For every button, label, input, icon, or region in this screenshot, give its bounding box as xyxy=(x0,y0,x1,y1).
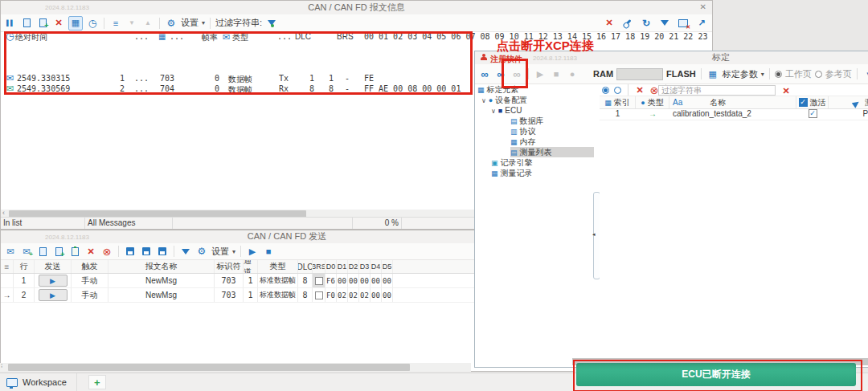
send-trigger-button[interactable]: ▶ xyxy=(39,289,68,301)
col-absolute-time[interactable]: 绝对时间 xyxy=(15,32,47,43)
cell-d4[interactable]: 00 xyxy=(371,288,382,302)
cell-d3[interactable]: 02 xyxy=(359,288,371,302)
reference-page-radio[interactable] xyxy=(815,71,822,78)
cell-frame-type[interactable]: 标准数据帧 xyxy=(258,288,298,302)
settings-caret-icon[interactable]: ▾ xyxy=(232,248,235,255)
cell-d1[interactable]: 02 xyxy=(337,288,348,302)
copy-icon[interactable] xyxy=(20,17,33,30)
connect-icon[interactable] xyxy=(478,67,491,80)
filter-radio-off[interactable] xyxy=(614,87,621,94)
paste-icon[interactable] xyxy=(68,245,81,258)
tree-item-device-config[interactable]: ●设备配置 xyxy=(481,95,527,105)
cell-trigger[interactable]: 手动 xyxy=(72,288,108,302)
col-d0[interactable]: D0 xyxy=(326,260,337,273)
cell-d2[interactable]: 00 xyxy=(348,274,359,287)
close-panel-icon[interactable] xyxy=(603,17,616,30)
filter-funnel-icon[interactable] xyxy=(265,17,278,30)
disconnect-xcp-icon[interactable] xyxy=(510,67,523,80)
col-trigger[interactable]: 触发 xyxy=(72,260,108,273)
col-d4[interactable]: D4 xyxy=(371,260,382,273)
cell-d5[interactable]: 00 xyxy=(382,288,393,302)
tree-item-database[interactable]: ▤数据库 xyxy=(510,116,544,126)
col-send[interactable]: 发送 xyxy=(35,260,72,273)
move-down-icon[interactable] xyxy=(125,17,138,30)
funnel-icon[interactable] xyxy=(658,17,671,30)
col-dlc[interactable]: DLC xyxy=(295,32,311,41)
active-checkbox[interactable]: ✓ xyxy=(809,109,817,118)
cell-frame-type[interactable]: 标准数据帧 xyxy=(258,274,298,287)
register-software-link[interactable]: 注册软件 xyxy=(490,54,522,65)
clear-icon[interactable] xyxy=(52,17,65,30)
settings-button[interactable]: 设置 xyxy=(181,17,199,29)
tree-item-protocol[interactable]: ▥协议 xyxy=(510,126,536,136)
send-trigger-button[interactable]: ▶ xyxy=(39,275,68,287)
tree-item-record-engine[interactable]: ▣记录引擎 xyxy=(491,157,533,168)
cell-identifier[interactable]: 703 xyxy=(215,288,244,302)
brs-checkbox[interactable] xyxy=(315,277,323,285)
window-close-icon[interactable] xyxy=(677,17,690,30)
grid-view-toggle-icon[interactable] xyxy=(68,16,83,31)
settings-gear-icon[interactable] xyxy=(165,17,178,30)
wrench-icon[interactable] xyxy=(621,17,634,30)
col-brs[interactable]: BRS xyxy=(313,260,326,273)
cell-message-name[interactable]: NewMsg xyxy=(108,274,215,287)
add-tab-button[interactable]: + xyxy=(88,375,106,389)
col-channel[interactable]: 通道 xyxy=(244,260,258,273)
copy-icon[interactable] xyxy=(36,245,49,258)
cell-identifier[interactable]: 703 xyxy=(215,274,244,287)
col-d3[interactable]: D3 xyxy=(359,260,371,273)
brs-checkbox[interactable] xyxy=(315,291,323,299)
params-caret-icon[interactable]: ▾ xyxy=(761,71,764,78)
tree-item-memory[interactable]: ▦内存 xyxy=(510,136,536,147)
cell-name[interactable]: calibration_testdata_2 xyxy=(669,108,796,120)
bottom-hscrollbar[interactable]: ⁞ xyxy=(0,363,471,372)
download-icon[interactable] xyxy=(862,67,868,80)
funnel-icon[interactable] xyxy=(179,245,192,258)
add-message-icon[interactable] xyxy=(4,245,17,258)
col-d5[interactable]: D5 xyxy=(382,260,393,273)
cell-channel[interactable]: 1 xyxy=(244,274,258,287)
col-frame-rate[interactable]: 帧率 xyxy=(202,32,218,43)
message-window-titlebar[interactable]: 2024.8.12.1183 CAN / CAN FD 报文信息 ✕ xyxy=(1,1,712,15)
online-link-icon[interactable] xyxy=(494,67,507,80)
copy-add-icon[interactable] xyxy=(36,17,49,30)
cell-d1[interactable]: 00 xyxy=(337,274,348,287)
register-person-icon[interactable] xyxy=(481,54,487,61)
start-measure-icon[interactable] xyxy=(534,67,547,80)
col-type[interactable]: 类型 xyxy=(258,260,298,273)
work-page-label[interactable]: 工作页 xyxy=(785,68,812,80)
col-d1[interactable]: D1 xyxy=(337,260,348,273)
pause-icon[interactable] xyxy=(4,17,17,30)
col-brs[interactable]: BRS xyxy=(337,32,354,41)
cell-d2[interactable]: 02 xyxy=(348,288,359,302)
col-dots-1[interactable]: ... xyxy=(134,32,149,41)
measure-row[interactable]: 1 → calibration_testdata_2 ✓ Polling xyxy=(600,108,868,120)
settings-button[interactable]: 设置 xyxy=(211,246,229,258)
start-send-icon[interactable] xyxy=(246,245,259,258)
col-d2[interactable]: D2 xyxy=(348,260,359,273)
tree-item-ecu[interactable]: ■ECU xyxy=(491,105,522,116)
tree-item-calibration-elements[interactable]: ▦标定元素 xyxy=(477,84,519,95)
col-type[interactable]: 类型 xyxy=(232,32,248,43)
record-icon[interactable] xyxy=(566,67,579,80)
col-dlc[interactable]: DLC xyxy=(298,260,313,273)
tree-item-measure-list[interactable]: ▤测量列表 xyxy=(510,147,594,157)
calibration-params-button[interactable]: 标定参数 xyxy=(723,68,758,80)
cell-measure-mode[interactable]: Polling xyxy=(829,108,868,120)
col-dots-2[interactable]: ... xyxy=(170,32,184,41)
save-icon[interactable] xyxy=(124,245,137,258)
cell-d5[interactable]: 00 xyxy=(382,274,393,287)
close-icon[interactable]: ✕ xyxy=(700,2,706,11)
export-icon[interactable] xyxy=(695,17,708,30)
cell-d3[interactable]: 00 xyxy=(359,274,371,287)
delete-icon[interactable] xyxy=(84,245,97,258)
cell-dlc[interactable]: 8 xyxy=(298,274,313,287)
col-row[interactable]: 行 xyxy=(14,260,35,273)
col-dots-3[interactable]: ... xyxy=(277,32,292,41)
cell-d0[interactable]: F0 xyxy=(326,288,337,302)
stop-measure-icon[interactable] xyxy=(550,67,563,80)
remove-icon[interactable] xyxy=(635,83,645,96)
settings-gear-icon[interactable] xyxy=(195,245,208,258)
measure-filter-input[interactable] xyxy=(658,85,776,96)
copy-add-icon[interactable] xyxy=(52,245,65,258)
